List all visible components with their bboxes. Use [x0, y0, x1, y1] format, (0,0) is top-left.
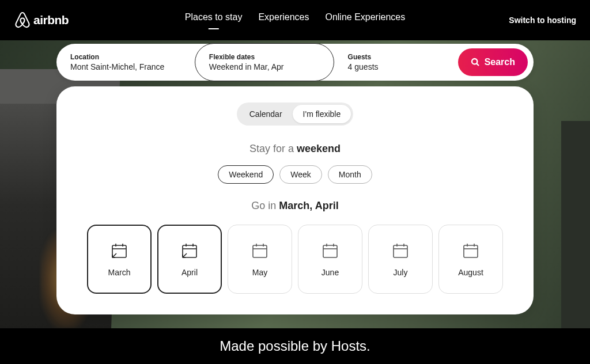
calendar-icon [462, 241, 480, 260]
month-march[interactable]: March [87, 225, 152, 294]
svg-line-11 [183, 253, 187, 257]
switch-to-hosting-link[interactable]: Switch to hosting [509, 16, 576, 25]
calendar-icon [251, 241, 269, 260]
toggle-flexible[interactable]: I'm flexible [293, 105, 351, 123]
duration-options: Weekend Week Month [75, 165, 515, 184]
search-dates-value: Weekend in Mar, Apr [209, 62, 320, 71]
nav-tab-experiences[interactable]: Experiences [258, 12, 309, 28]
duration-week[interactable]: Week [279, 165, 322, 184]
go-in-heading: Go in March, April [75, 200, 515, 212]
svg-point-0 [472, 59, 477, 64]
month-july[interactable]: July [368, 225, 433, 294]
stay-for-prefix: Stay for a [249, 143, 297, 154]
search-guests-label: Guests [348, 53, 442, 61]
search-location-label: Location [70, 53, 181, 61]
go-in-value: March, April [279, 200, 338, 211]
search-icon [471, 58, 480, 67]
svg-rect-20 [394, 245, 407, 257]
month-label: March [108, 268, 131, 277]
svg-rect-12 [253, 245, 267, 257]
airbnb-logo-icon [14, 11, 31, 29]
search-dates-label: Flexible dates [209, 53, 320, 61]
search-location-value: Mont Saint-Michel, France [70, 62, 181, 71]
header: airbnb Places to stay Experiences Online… [0, 0, 590, 40]
logo[interactable]: airbnb [14, 11, 69, 29]
nav-tab-places[interactable]: Places to stay [185, 12, 243, 28]
search-guests-value: 4 guests [348, 62, 442, 71]
month-may[interactable]: May [228, 225, 292, 294]
calendar-icon [321, 241, 339, 260]
stay-for-value: weekend [297, 143, 341, 154]
svg-rect-16 [323, 245, 337, 257]
calendar-flexible-toggle: Calendar I'm flexible [237, 103, 354, 126]
month-label: June [322, 268, 339, 277]
calendar-icon [110, 241, 128, 260]
flexible-dates-panel: Calendar I'm flexible Stay for a weekend… [56, 86, 534, 314]
logo-text: airbnb [33, 13, 69, 27]
search-dates-cell[interactable]: Flexible dates Weekend in Mar, Apr [195, 43, 334, 81]
calendar-icon [391, 241, 410, 260]
month-label: May [252, 268, 267, 277]
hero-tagline: Made possible by Hosts. [0, 328, 590, 364]
nav-tab-online-experiences[interactable]: Online Experiences [325, 12, 405, 28]
month-june[interactable]: June [298, 225, 362, 294]
go-in-prefix: Go in [251, 200, 279, 211]
duration-weekend[interactable]: Weekend [218, 165, 274, 184]
stay-for-heading: Stay for a weekend [75, 143, 515, 155]
month-label: April [181, 268, 198, 277]
search-bar: Location Mont Saint-Michel, France Flexi… [56, 44, 534, 81]
svg-line-6 [112, 253, 116, 257]
toggle-calendar[interactable]: Calendar [239, 105, 293, 123]
month-august[interactable]: August [438, 225, 503, 294]
month-april[interactable]: April [157, 225, 222, 294]
months-row: March April May June July August [75, 225, 515, 294]
search-button[interactable]: Search [458, 48, 528, 76]
svg-rect-24 [464, 245, 478, 257]
month-label: August [458, 268, 483, 277]
search-location-cell[interactable]: Location Mont Saint-Michel, France [56, 44, 195, 81]
svg-line-1 [476, 63, 479, 66]
calendar-icon [180, 241, 199, 260]
duration-month[interactable]: Month [328, 165, 372, 184]
search-button-label: Search [485, 57, 515, 67]
nav-tabs: Places to stay Experiences Online Experi… [185, 12, 405, 28]
search-guests-cell[interactable]: Guests 4 guests [334, 44, 456, 81]
month-label: July [394, 268, 408, 277]
